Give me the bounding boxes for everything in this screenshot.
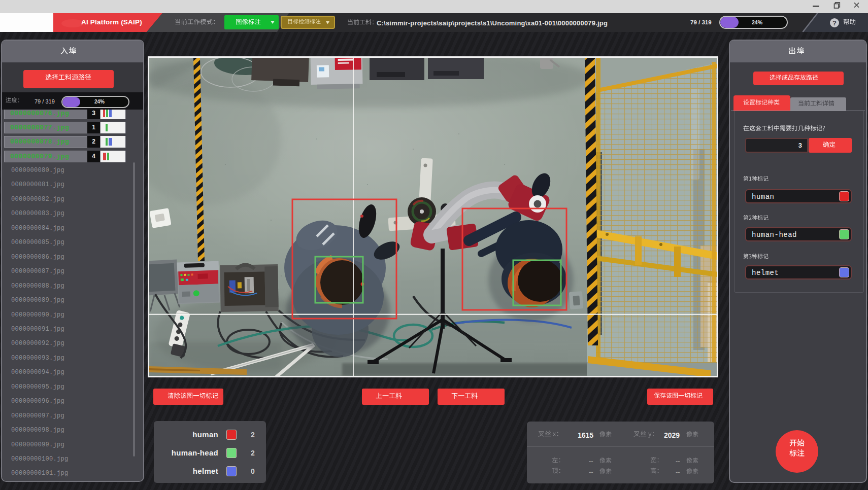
- svg-text:?: ?: [832, 19, 837, 27]
